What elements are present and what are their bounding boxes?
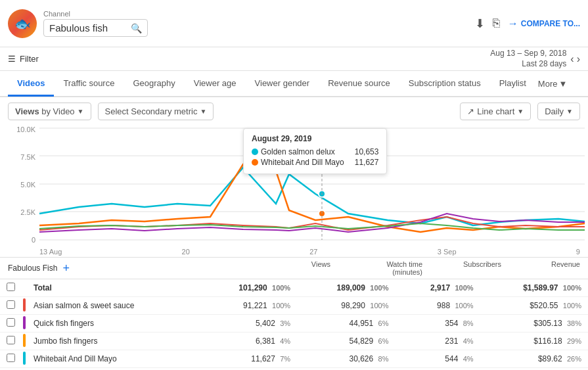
y-label-0: 10.0K [8,126,35,133]
secondary-metric-placeholder: Select Secondary metric [105,106,198,116]
row-subscribers: 354 8% [395,315,480,333]
filter-icon: ☰ [8,54,16,64]
row-checkbox[interactable] [7,283,15,291]
more-tabs-arrow-icon: ▼ [558,79,567,89]
row-views: 101,290 100% [199,279,297,297]
chart-type-label: Line chart [477,106,514,116]
x-label-2: 27 [309,248,317,256]
checkbox-cell[interactable] [0,350,22,368]
tab-viewer-gender[interactable]: Viewer gender [246,72,319,97]
channel-search-box[interactable]: 🔍 [43,19,148,37]
y-label-1: 7.5K [8,153,35,161]
row-revenue: $520.55 100% [480,297,588,315]
tab-videos[interactable]: Videos [8,72,54,97]
row-checkbox[interactable] [7,336,15,344]
color-indicator [23,316,26,329]
interval-dropdown[interactable]: Daily ▼ [537,103,580,120]
row-checkbox[interactable] [7,318,15,327]
compare-button[interactable]: → COMPARE TO... [508,18,580,30]
filter-control[interactable]: ☰ Filter [8,54,39,64]
row-watchtime: 54,829 6% [297,333,395,350]
table-row: Quick fish fingers 5,402 3% 44,951 6% 35… [0,315,588,333]
chart-area: 10.0K 7.5K 5.0K 2.5K 0 August 29, 2019 G… [0,126,588,257]
tab-traffic-source[interactable]: Traffic source [54,72,124,97]
color-indicator [23,334,26,347]
color-cell [22,350,27,368]
checkbox-cell[interactable] [0,315,22,333]
chart-controls-right: ↗ Line chart ▼ Daily ▼ [460,103,580,120]
tooltip-date: August 29, 2019 [252,134,378,143]
x-label-0: 13 Aug [39,248,62,256]
tooltip-label-0: Golden salmon delux [252,147,335,156]
chart-type-dropdown[interactable]: ↗ Line chart ▼ [460,103,531,120]
chart-svg-container: August 29, 2019 Golden salmon delux 10,6… [39,128,580,246]
tooltip-label-1: Whitebait And Dill Mayo [252,158,344,167]
row-name: Whitebait And Dill Mayo [27,350,199,368]
row-subscribers: 231 4% [395,333,480,350]
share-icon[interactable]: ⎘ [493,16,500,30]
primary-metric-dropdown[interactable]: Views by Video ▼ [8,103,91,120]
row-views: 6,381 4% [199,333,297,350]
y-label-4: 0 [8,236,35,244]
col-header-revenue: Revenue [501,260,580,276]
tooltip-dot-0 [252,149,258,155]
row-revenue: $89.62 26% [480,350,588,368]
row-checkbox[interactable] [7,300,15,309]
date-next-arrow[interactable]: › [577,53,580,65]
tab-geography[interactable]: Geography [124,72,184,97]
date-range-display: Aug 13 – Sep 9, 2018 Last 28 days [490,49,566,69]
checkbox-cell[interactable] [0,333,22,350]
col-header-views: Views [238,260,330,276]
tooltip-val-0: 10,653 [355,147,379,156]
row-views: 5,402 3% [199,315,297,333]
tab-playlist[interactable]: Playlist [490,72,535,97]
color-cell [22,279,27,297]
search-icon[interactable]: 🔍 [131,23,142,34]
checkbox-cell[interactable] [0,297,22,315]
row-name: Quick fish fingers [27,315,199,333]
date-nav: ‹ › [570,53,580,65]
col-header-watchtime: Watch time(minutes) [330,260,422,276]
secondary-metric-arrow-icon: ▼ [200,108,206,115]
interval-arrow-icon: ▼ [566,108,573,115]
date-range-control: Aug 13 – Sep 9, 2018 Last 28 days ‹ › [490,49,580,69]
row-views: 91,221 100% [199,297,297,315]
tab-viewer-age[interactable]: Viewer age [185,72,246,97]
table-header-bar: Fabulous Fish + Views Watch time(minutes… [0,258,588,279]
tooltip-row-0: Golden salmon delux 10,653 [252,147,378,156]
header: 🐟 Channel 🔍 ⬇ ⎘ → COMPARE TO... [0,0,588,47]
row-views: 11,627 7% [199,350,297,368]
table-row: Total 101,290 100% 189,009 100% 2,917 10… [0,279,588,297]
channel-label: Channel [43,10,148,18]
tooltip-dot-1 [252,159,258,166]
download-icon[interactable]: ⬇ [475,16,485,31]
tooltip-val-1: 11,627 [355,158,379,167]
secondary-metric-dropdown[interactable]: Select Secondary metric ▼ [98,103,214,120]
checkbox-cell[interactable] [0,279,22,297]
chart-tooltip: August 29, 2019 Golden salmon delux 10,6… [243,128,387,174]
chart-type-arrow-icon: ▼ [517,108,524,115]
col-header-subscribers: Subscribers [422,260,501,276]
color-indicator [23,298,26,312]
table-add-icon[interactable]: + [62,262,70,275]
table-channel-name: Fabulous Fish [8,264,57,273]
channel-search-input[interactable] [49,22,128,34]
x-axis: 13 Aug 20 27 3 Sep 9 [39,246,580,256]
date-prev-arrow[interactable]: ‹ [570,53,574,65]
table-row: Whitebait And Dill Mayo 11,627 7% 30,626… [0,350,588,368]
row-subscribers: 544 4% [395,350,480,368]
row-name: Jumbo fish fingers [27,333,199,350]
compare-label: COMPARE TO... [521,19,580,28]
more-tabs-button[interactable]: More ▼ [538,79,568,89]
row-name: Asian salmon & sweet sauce [27,297,199,315]
date-range-line2: Last 28 days [522,59,566,70]
tab-revenue-source[interactable]: Revenue source [319,72,399,97]
x-label-4: 9 [576,248,580,256]
y-label-3: 2.5K [8,208,35,216]
tab-subscription-status[interactable]: Subscription status [399,72,490,97]
row-revenue: $116.18 29% [480,333,588,350]
x-label-3: 3 Sep [438,248,457,256]
row-revenue: $305.13 38% [480,315,588,333]
row-checkbox[interactable] [7,354,15,362]
color-cell [22,315,27,333]
